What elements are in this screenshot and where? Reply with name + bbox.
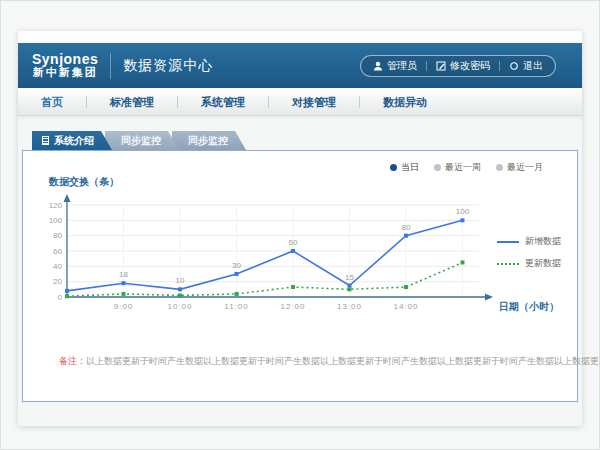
logo-brand: Synjones	[32, 52, 98, 67]
legend-new-data[interactable]: 新增数据	[497, 235, 561, 248]
svg-text:40: 40	[53, 262, 62, 271]
main-nav: 首页 标准管理 系统管理 对接管理 数据异动	[18, 88, 582, 116]
tab-bar: 系统介绍 同步监控 同步监控	[32, 131, 239, 150]
svg-text:10:00: 10:00	[167, 302, 192, 311]
nav-item-integration[interactable]: 对接管理	[269, 88, 359, 116]
page-background: { "header": { "logo": { "brand": "Synjon…	[0, 0, 600, 450]
window-top-strip	[18, 31, 582, 43]
tab-system-intro[interactable]: 系统介绍	[32, 131, 112, 150]
footnote-text: 以上数据更新于时间产生数据以上数据更新于时间产生数据以上数据更新于时间产生数据以…	[86, 356, 600, 366]
dotted-line-icon	[497, 263, 519, 265]
logout-button[interactable]: 退出	[509, 59, 543, 73]
nav-item-data-change[interactable]: 数据异动	[360, 88, 450, 116]
svg-text:120: 120	[49, 201, 63, 210]
user-icon	[373, 61, 383, 71]
legend-label: 更新数据	[525, 257, 561, 270]
header-divider	[110, 53, 111, 79]
solid-line-icon	[497, 241, 519, 243]
nav-item-home[interactable]: 首页	[18, 88, 86, 116]
svg-text:60: 60	[289, 238, 298, 247]
radio-label: 最近一月	[507, 161, 543, 174]
app-title: 数据资源中心	[123, 57, 213, 75]
edit-icon	[436, 61, 446, 71]
tab-label: 同步监控	[188, 135, 228, 146]
tab-sync-monitor-1[interactable]: 同步监控	[105, 131, 179, 150]
footnote: 备注：以上数据更新于时间产生数据以上数据更新于时间产生数据以上数据更新于时间产生…	[59, 355, 600, 368]
user-menu-admin-label: 管理员	[387, 59, 417, 73]
app-header: Synjones 新中新集团 数据资源中心 管理员 修改密码	[18, 43, 582, 88]
user-menu: 管理员 修改密码 退出	[360, 55, 556, 77]
pill-divider	[426, 61, 427, 71]
content-area: 系统介绍 同步监控 同步监控 当日 最近一周	[18, 116, 582, 426]
radio-dot-icon	[434, 164, 441, 171]
footnote-prefix: 备注：	[59, 356, 86, 366]
svg-text:100: 100	[456, 207, 470, 216]
radio-dot-icon	[390, 164, 397, 171]
svg-text:80: 80	[402, 223, 411, 232]
tab-label: 系统介绍	[54, 131, 94, 150]
radio-today[interactable]: 当日	[390, 161, 419, 174]
radio-last-week[interactable]: 最近一周	[434, 161, 481, 174]
svg-text:100: 100	[49, 216, 63, 225]
svg-text:80: 80	[53, 231, 62, 240]
content-panel: 当日 最近一周 最近一月 数据交换（条） 0204060801001209:00…	[22, 150, 578, 402]
document-icon	[42, 136, 49, 145]
logo[interactable]: Synjones 新中新集团	[32, 52, 98, 78]
svg-text:30: 30	[232, 261, 241, 270]
svg-text:11:00: 11:00	[224, 302, 248, 311]
svg-text:12:00: 12:00	[280, 302, 305, 311]
svg-text:20: 20	[53, 277, 62, 286]
change-password-label: 修改密码	[450, 59, 490, 73]
radio-dot-icon	[496, 164, 503, 171]
svg-text:日期（小时）: 日期（小时）	[499, 301, 559, 312]
user-menu-admin[interactable]: 管理员	[373, 59, 417, 73]
logo-company: 新中新集团	[32, 67, 98, 79]
power-icon	[509, 61, 519, 71]
legend-label: 新增数据	[525, 235, 561, 248]
tab-label: 同步监控	[121, 135, 161, 146]
pill-divider	[499, 61, 500, 71]
radio-label: 最近一周	[445, 161, 481, 174]
legend-updated-data[interactable]: 更新数据	[497, 257, 561, 270]
svg-text:15: 15	[345, 273, 354, 282]
svg-text:9:00: 9:00	[114, 302, 134, 311]
svg-text:10: 10	[176, 276, 185, 285]
svg-text:60: 60	[53, 247, 62, 256]
logout-label: 退出	[523, 59, 543, 73]
line-chart: 0204060801001209:0010:0011:0012:0013:001…	[39, 191, 569, 321]
time-range-filter: 当日 最近一周 最近一月	[390, 161, 543, 174]
nav-item-standards[interactable]: 标准管理	[87, 88, 177, 116]
svg-text:14:00: 14:00	[393, 302, 418, 311]
nav-item-system[interactable]: 系统管理	[178, 88, 268, 116]
svg-text:0: 0	[58, 293, 63, 302]
change-password-button[interactable]: 修改密码	[436, 59, 490, 73]
chart-y-axis-title: 数据交换（条）	[49, 175, 119, 189]
svg-text:13:00: 13:00	[337, 302, 362, 311]
radio-label: 当日	[401, 161, 419, 174]
app-window: Synjones 新中新集团 数据资源中心 管理员 修改密码	[18, 31, 582, 426]
svg-text:18: 18	[119, 270, 128, 279]
chart-legend: 新增数据 更新数据	[497, 235, 561, 270]
radio-last-month[interactable]: 最近一月	[496, 161, 543, 174]
tab-sync-monitor-2[interactable]: 同步监控	[172, 131, 246, 150]
